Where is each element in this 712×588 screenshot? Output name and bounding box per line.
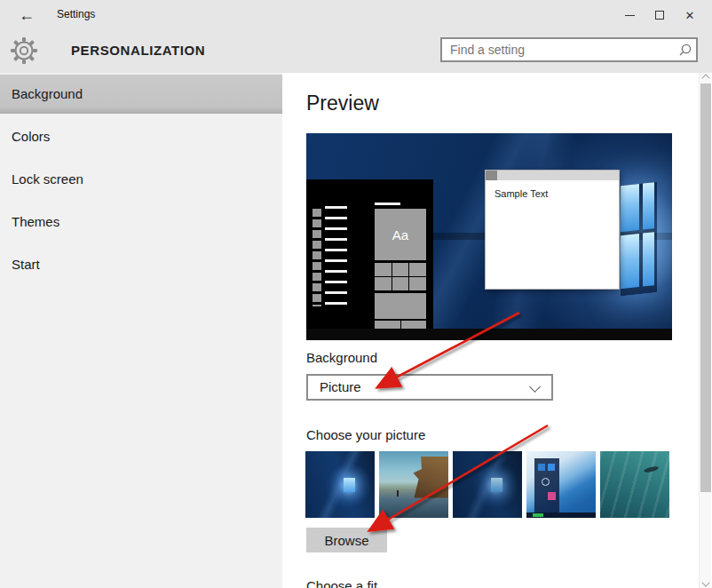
thumbnail-desktop-screenshot[interactable] (526, 451, 596, 518)
close-icon: ✕ (685, 10, 695, 21)
background-label: Background (306, 350, 377, 365)
sidebar-item-label: Start (12, 257, 40, 272)
chevron-down-icon (529, 381, 541, 393)
sidebar-item-background[interactable]: Background (0, 75, 282, 114)
thumbnail-beach-rocks[interactable] (379, 451, 448, 518)
preview-heading: Preview (306, 91, 379, 115)
sidebar-item-colors[interactable]: Colors (0, 117, 282, 156)
choose-fit-label: Choose a fit (306, 578, 377, 588)
start-menu-overlay (534, 458, 559, 513)
sidebar-item-label: Lock screen (12, 171, 83, 187)
settings-window: ← Settings ✕ (0, 0, 712, 588)
maximize-button[interactable] (645, 5, 675, 25)
picture-thumbnails (305, 451, 669, 518)
taskbar-mock (306, 329, 672, 340)
green-button (533, 513, 543, 517)
scrollbar[interactable] (699, 73, 711, 588)
sidebar-item-label: Background (12, 86, 83, 101)
minimize-icon (625, 15, 635, 16)
sidebar-item-start[interactable]: Start (0, 245, 282, 284)
rock-formation (410, 457, 448, 498)
sidebar: Background Colors Lock screen Themes Sta… (0, 73, 282, 588)
logo-pane (621, 184, 639, 232)
start-menu-list-labels (325, 206, 347, 309)
sidebar-item-lock-screen[interactable]: Lock screen (0, 160, 282, 199)
search-input[interactable] (442, 43, 675, 57)
dropdown-value: Picture (320, 379, 361, 394)
minimize-button[interactable] (614, 5, 645, 25)
scrollbar-thumb[interactable] (700, 83, 711, 492)
header: ← Settings ✕ (0, 0, 712, 73)
windows-logo-icon (491, 478, 502, 492)
logo-pane (643, 232, 654, 286)
sample-window-menu-icon (486, 171, 497, 180)
browse-button[interactable]: Browse (306, 528, 387, 552)
tile-group-header (375, 203, 400, 205)
start-menu-list-icons (312, 209, 321, 306)
choose-picture-label: Choose your picture (306, 427, 425, 442)
blue-tile (548, 464, 555, 471)
close-button[interactable]: ✕ (675, 5, 705, 25)
windows-logo-glow (621, 182, 657, 296)
scroll-up-icon[interactable] (701, 74, 709, 82)
window-title: Settings (57, 8, 95, 20)
start-menu-mock: Aa (306, 179, 433, 329)
background-type-dropdown[interactable]: Picture (306, 374, 553, 401)
windows-logo-icon (344, 478, 355, 492)
person-silhouette (397, 490, 399, 497)
logo-pane (643, 182, 654, 229)
thumbnail-underwater[interactable] (600, 451, 669, 518)
background-preview-image: Aa Sample Text (306, 133, 672, 340)
maximize-icon (655, 11, 664, 20)
bottom-tiles (375, 321, 426, 329)
aa-tile: Aa (375, 209, 426, 260)
gear-icon (10, 36, 38, 68)
swimmer-silhouette (643, 465, 659, 473)
back-button[interactable]: ← (14, 4, 39, 27)
tile-grid (375, 263, 426, 290)
blue-tile (538, 464, 545, 471)
sample-window-titlebar (486, 171, 619, 180)
search-box (440, 37, 698, 62)
sample-window: Sample Text (486, 171, 619, 289)
window-controls: ✕ (614, 5, 705, 25)
sidebar-item-label: Colors (12, 129, 50, 144)
aa-tile-label: Aa (392, 227, 408, 242)
sidebar-item-label: Themes (12, 214, 59, 229)
search-icon[interactable] (675, 43, 696, 57)
taskbar-overlay (526, 513, 596, 518)
thumbnail-windows-hero-dark[interactable] (453, 451, 522, 518)
sidebar-item-themes[interactable]: Themes (0, 203, 282, 242)
circle-icon (542, 478, 550, 486)
pink-tile (548, 492, 556, 500)
wide-tile (375, 293, 426, 319)
main-content: Preview Aa Sample (282, 73, 712, 588)
sample-text: Sample Text (486, 180, 619, 199)
scroll-down-icon[interactable] (701, 578, 709, 586)
logo-pane (621, 234, 639, 289)
thumbnail-windows-hero[interactable] (305, 451, 375, 518)
page-title: PERSONALIZATION (71, 43, 205, 58)
